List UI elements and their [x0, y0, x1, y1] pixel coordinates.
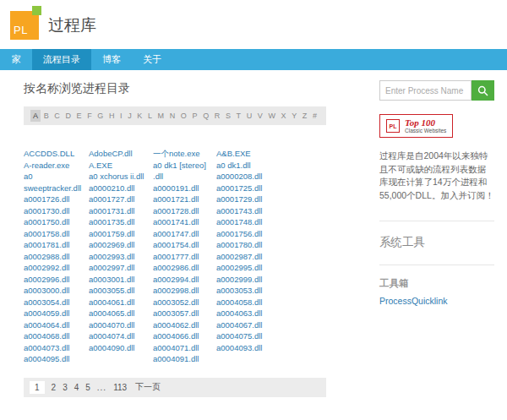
pagination-page-3[interactable]: 3: [63, 383, 68, 392]
process-link[interactable]: a0001729.dll: [216, 194, 323, 205]
process-link[interactable]: 一个note.exe: [153, 148, 213, 160]
pagination-page-2[interactable]: 2: [52, 383, 57, 392]
process-link[interactable]: a0001747.dll: [153, 228, 213, 240]
process-link[interactable]: a0004070.dll: [89, 319, 150, 331]
process-link[interactable]: a0002988.dll: [24, 251, 85, 263]
process-link[interactable]: a0004073.dll: [24, 342, 85, 354]
letter-N[interactable]: N: [167, 110, 178, 122]
process-link[interactable]: a0004068.dll: [24, 330, 85, 342]
process-link[interactable]: a0002969.dll: [89, 239, 150, 251]
process-link[interactable]: a0000208.dll: [216, 171, 323, 183]
process-link[interactable]: a0002993.dll: [89, 251, 150, 263]
letter-X[interactable]: X: [279, 110, 289, 122]
process-link[interactable]: a0001750.dll: [24, 216, 85, 228]
letter-H[interactable]: H: [106, 110, 117, 122]
letter-L[interactable]: L: [145, 110, 155, 122]
process-link[interactable]: a0001748.dll: [216, 216, 323, 228]
letter-O[interactable]: O: [178, 110, 189, 122]
process-link[interactable]: a0 xchorus ii.dll: [89, 171, 150, 183]
process-link[interactable]: a0001730.dll: [24, 205, 85, 217]
process-link[interactable]: a0001758.dll: [24, 228, 85, 240]
letter-Q[interactable]: Q: [200, 110, 211, 122]
process-link[interactable]: a0003053.dll: [216, 285, 323, 297]
letter-P[interactable]: P: [190, 110, 200, 122]
process-link[interactable]: a0 dk1 [stereo] .dll: [153, 160, 213, 183]
process-link[interactable]: a0004074.dll: [89, 330, 150, 342]
letter-Z[interactable]: Z: [300, 110, 310, 122]
letter-T[interactable]: T: [234, 110, 244, 122]
letter-#[interactable]: #: [310, 110, 319, 122]
process-link[interactable]: A.EXE: [89, 160, 150, 172]
process-link[interactable]: a0004065.dll: [89, 308, 150, 319]
letter-M[interactable]: M: [155, 110, 167, 122]
letter-I[interactable]: I: [117, 110, 125, 122]
process-link[interactable]: a0004071.dll: [153, 342, 213, 354]
process-link[interactable]: a0004067.dll: [216, 319, 323, 331]
process-link[interactable]: a0001780.dll: [216, 239, 323, 251]
nav-item-blog[interactable]: 博客: [91, 49, 132, 70]
process-link[interactable]: a0 sweeptracker.dll: [24, 171, 85, 194]
process-link[interactable]: a0004095.dll: [24, 353, 85, 365]
process-link[interactable]: a0001721.dll: [153, 194, 213, 205]
process-link[interactable]: a0004093.dll: [216, 342, 323, 354]
process-link[interactable]: a0001756.dll: [216, 228, 323, 240]
top100-badge[interactable]: PL Top 100 Classic Websites: [379, 114, 453, 138]
process-link[interactable]: a0001741.dll: [153, 216, 213, 228]
process-link[interactable]: a0003057.dll: [153, 308, 213, 319]
process-link[interactable]: a0002997.dll: [89, 262, 150, 274]
process-link[interactable]: a0002987.dll: [216, 251, 323, 263]
process-link[interactable]: a0004061.dll: [89, 297, 150, 308]
process-link[interactable]: AdobeCP.dll: [89, 148, 150, 160]
process-link[interactable]: a0002986.dll: [153, 262, 213, 274]
process-link[interactable]: a0002999.dll: [216, 274, 323, 286]
letter-Y[interactable]: Y: [289, 110, 299, 122]
process-link[interactable]: a0004064.dll: [24, 319, 85, 331]
letter-U[interactable]: U: [244, 110, 255, 122]
process-link[interactable]: a0004066.dll: [153, 330, 213, 342]
process-link[interactable]: a0001728.dll: [153, 205, 213, 217]
process-link[interactable]: a0001735.dll: [89, 216, 150, 228]
search-button[interactable]: [472, 80, 494, 101]
process-link[interactable]: a0004091.dll: [153, 353, 213, 365]
process-link[interactable]: a0001777.dll: [153, 251, 213, 263]
letter-F[interactable]: F: [84, 110, 95, 122]
process-link[interactable]: a0001781.dll: [24, 239, 85, 251]
process-link[interactable]: a0001727.dll: [89, 194, 150, 205]
process-link[interactable]: a0 dk1.dll: [216, 160, 323, 172]
process-link[interactable]: a0004075.dll: [216, 330, 323, 342]
process-link[interactable]: a0004062.dll: [153, 319, 213, 331]
pagination-page-113[interactable]: 113: [113, 383, 127, 392]
pagination-page-5[interactable]: 5: [85, 383, 90, 392]
process-link[interactable]: a0001731.dll: [89, 205, 150, 217]
process-link[interactable]: ACCDDS.DLL: [24, 148, 85, 160]
letter-J[interactable]: J: [125, 110, 134, 122]
letter-A[interactable]: A: [30, 110, 41, 122]
process-link[interactable]: A-reader.exe: [24, 160, 85, 172]
site-logo[interactable]: PL: [10, 11, 39, 40]
pagination-page-4[interactable]: 4: [74, 383, 79, 392]
process-link[interactable]: a0003054.dll: [24, 297, 85, 308]
letter-D[interactable]: D: [63, 110, 74, 122]
pagination-next[interactable]: 下一页: [135, 381, 161, 393]
letter-R[interactable]: R: [212, 110, 223, 122]
process-link[interactable]: a0001725.dll: [216, 183, 323, 194]
process-link[interactable]: a0003000.dll: [24, 285, 85, 297]
process-link[interactable]: a0002992.dll: [24, 262, 85, 274]
process-link[interactable]: a0002995.dll: [216, 262, 323, 274]
nav-item-home[interactable]: 家: [1, 49, 32, 70]
letter-B[interactable]: B: [41, 110, 52, 122]
process-link[interactable]: a0002996.dll: [24, 274, 85, 286]
process-link[interactable]: a0004058.dll: [216, 297, 323, 308]
process-link[interactable]: a0001743.dll: [216, 205, 323, 217]
process-link[interactable]: a0001754.dll: [153, 239, 213, 251]
pagination-page-1[interactable]: 1: [30, 381, 45, 394]
process-link[interactable]: A&B.EXE: [216, 148, 323, 160]
letter-C[interactable]: C: [52, 110, 63, 122]
letter-W[interactable]: W: [265, 110, 278, 122]
process-link[interactable]: a0004059.dll: [24, 308, 85, 319]
nav-item-about[interactable]: 关于: [132, 49, 172, 70]
process-link[interactable]: a0004063.dll: [216, 308, 323, 319]
letter-S[interactable]: S: [223, 110, 233, 122]
search-input[interactable]: [379, 80, 472, 101]
process-link[interactable]: a0003001.dll: [89, 274, 150, 286]
